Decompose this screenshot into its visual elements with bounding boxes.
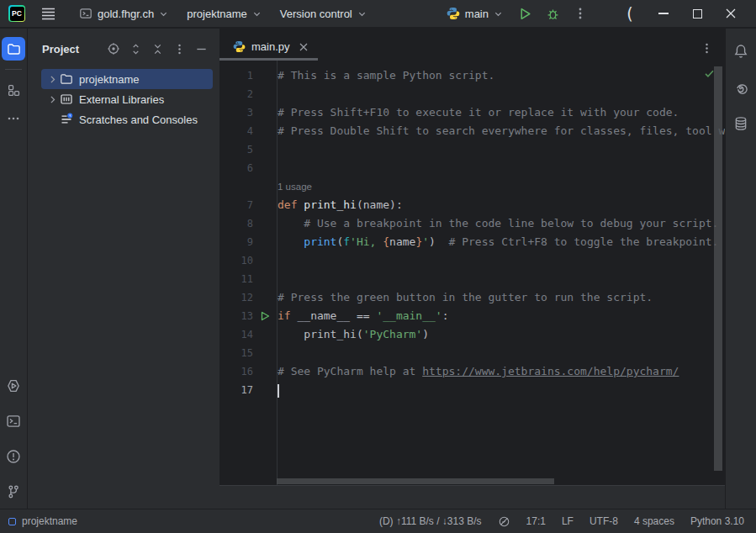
line-number[interactable]: 3 [219, 103, 253, 122]
expand-all-button[interactable] [128, 41, 144, 57]
status-project-widget[interactable]: projektname [8, 515, 77, 527]
services-tool-button[interactable] [2, 374, 25, 398]
vertical-scrollbar[interactable] [714, 66, 722, 471]
line-number[interactable]: 1 [219, 66, 253, 85]
tree-item-scratches-and-consoles[interactable]: Scratches and Consoles [41, 109, 213, 129]
version-control-menu[interactable]: Version control [274, 3, 373, 24]
indent-widget[interactable]: 4 spaces [634, 515, 674, 527]
gutter-slot [253, 66, 276, 85]
code-line-4[interactable]: 4# Press Double Shift to search everywhe… [219, 122, 725, 140]
run-button[interactable] [514, 3, 537, 25]
debug-button[interactable] [542, 3, 564, 25]
encoding-widget[interactable]: UTF-8 [589, 515, 618, 527]
line-number[interactable]: 2 [219, 85, 253, 103]
more-actions-button[interactable] [569, 3, 591, 24]
project-tool-button[interactable] [2, 37, 25, 61]
chevron-down-icon [159, 9, 168, 18]
network-speed-widget[interactable]: (D) ↑111 B/s / ↓313 B/s [379, 515, 482, 527]
minimize-button[interactable] [647, 2, 680, 25]
line-number[interactable]: 15 [219, 344, 253, 362]
tree-item-projektname[interactable]: projektname [41, 69, 213, 89]
code-line-10[interactable]: 10 [219, 251, 725, 270]
caret-position-widget[interactable]: 17:1 [526, 515, 546, 527]
hide-panel-button[interactable] [193, 41, 209, 57]
line-number[interactable]: 7 [219, 196, 253, 214]
code-line-9[interactable]: 9 print(f'Hi, {name}') # Press Ctrl+F8 t… [219, 233, 725, 251]
terminal-tool-button[interactable] [2, 409, 25, 433]
line-number[interactable]: 16 [219, 362, 253, 381]
code-line-15[interactable]: 15 [219, 344, 725, 362]
code-line-16[interactable]: 16# See PyCharm help at https://www.jetb… [219, 362, 725, 381]
tab-label: main.py [251, 40, 290, 53]
pycharm-window: PC gold.fhgr.ch projektname [0, 0, 756, 533]
code-line-3[interactable]: 3# Press Shift+F10 to execute it or repl… [219, 103, 725, 122]
line-number[interactable]: 17 [219, 381, 253, 399]
line-number[interactable]: 6 [219, 159, 253, 177]
code-text: # Press the green button in the gutter t… [276, 288, 725, 307]
code-line-13[interactable]: 13if __name__ == '__main__': [219, 307, 725, 325]
run-configuration-label: main [465, 8, 489, 20]
notifications-button[interactable] [729, 40, 753, 63]
code-editor[interactable]: 1# This is a sample Python script.23# Pr… [219, 61, 725, 486]
code-line-2[interactable]: 2 [219, 85, 725, 103]
main-menu-button[interactable] [37, 3, 60, 24]
code-line-11[interactable]: 11 [219, 270, 725, 288]
code-line-6[interactable]: 6 [219, 159, 725, 177]
interpreter-widget[interactable]: Python 3.10 [690, 515, 744, 527]
library-icon [60, 92, 78, 106]
crescent-icon[interactable]: ( [613, 2, 647, 25]
locate-file-button[interactable] [105, 40, 122, 57]
tab-close-icon[interactable] [298, 43, 309, 51]
code-line-17[interactable]: 17 [219, 381, 725, 399]
collapse-all-button[interactable] [150, 41, 166, 57]
panel-options-button[interactable] [172, 41, 188, 57]
code-text: # This is a sample Python script. [276, 66, 725, 85]
line-number[interactable]: 13 [219, 307, 253, 325]
code-line-7[interactable]: 7def print_hi(name): [219, 196, 725, 214]
run-line-icon[interactable] [253, 307, 276, 325]
tab-bar-options-button[interactable] [700, 42, 713, 55]
line-separator-widget[interactable]: LF [562, 515, 574, 527]
remote-host-menu[interactable]: gold.fhgr.ch [73, 3, 174, 24]
close-button[interactable] [714, 2, 748, 25]
code-line-12[interactable]: 12# Press the green button in the gutter… [219, 288, 725, 307]
gutter-slot [253, 140, 276, 159]
more-tool-windows-button[interactable] [2, 107, 25, 130]
project-menu[interactable]: projektname [181, 3, 267, 24]
tree-item-external-libraries[interactable]: External Libraries [41, 89, 213, 109]
code-line-8[interactable]: 8 # Use a breakpoint in the code line be… [219, 214, 725, 233]
run-configuration-selector[interactable]: main [441, 3, 509, 24]
line-number[interactable]: 11 [219, 270, 253, 288]
inspection-highlight-icon[interactable] [498, 515, 510, 528]
code-text [276, 159, 725, 177]
code-line-1[interactable]: 1# This is a sample Python script. [219, 66, 725, 85]
code-line-14[interactable]: 14 print_hi('PyCharm') [219, 325, 725, 344]
line-number[interactable]: 4 [219, 122, 253, 140]
line-number[interactable]: 10 [219, 251, 253, 270]
chevron-right-icon[interactable] [45, 74, 60, 85]
maximize-button[interactable] [680, 2, 714, 25]
problems-tool-button[interactable] [2, 445, 25, 468]
usages-inlay-hint[interactable]: 1 usage [276, 177, 725, 196]
line-number[interactable]: 8 [219, 214, 253, 233]
ai-assistant-button[interactable] [729, 76, 753, 99]
gutter-slot [253, 233, 276, 251]
python-logo-icon [447, 7, 460, 20]
line-number[interactable]: 9 [219, 233, 253, 251]
structure-tool-button[interactable] [2, 78, 25, 102]
project-panel: Project [28, 29, 219, 509]
gutter-slot [253, 288, 276, 307]
line-number[interactable]: 14 [219, 325, 253, 344]
code-text [276, 270, 725, 288]
tab-main-py[interactable]: main.py [219, 33, 318, 61]
line-number[interactable]: 12 [219, 288, 253, 307]
code-text: if __name__ == '__main__': [276, 307, 725, 325]
code-text [276, 381, 725, 399]
database-button[interactable] [729, 112, 753, 135]
code-line-5[interactable]: 5 [219, 140, 725, 159]
line-number[interactable]: 5 [219, 140, 253, 159]
version-control-tool-button[interactable] [2, 480, 25, 504]
horizontal-scrollbar[interactable] [277, 478, 554, 484]
chevron-right-icon[interactable] [45, 94, 60, 105]
status-project-name: projektname [22, 515, 77, 527]
